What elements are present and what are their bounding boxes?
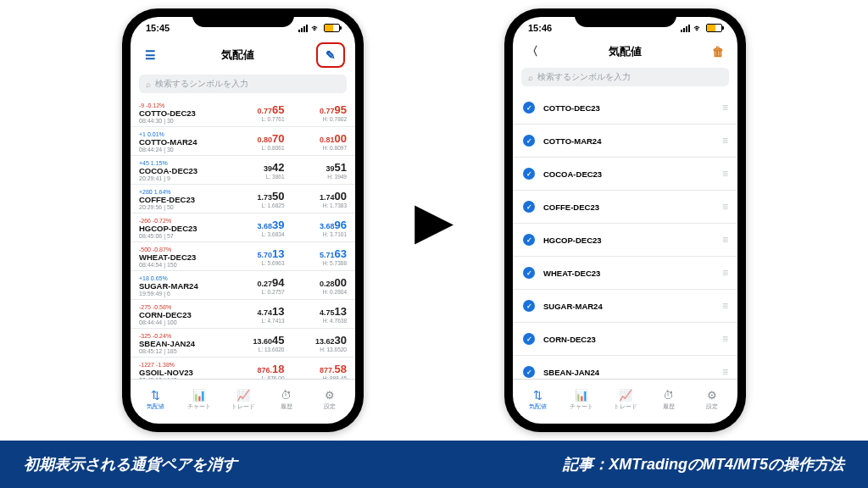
page-title: 気配値: [159, 47, 316, 63]
bid-price: 3942: [222, 161, 285, 174]
tab-label: 履歴: [281, 403, 292, 411]
symbol-name: COFFE-DEC23: [139, 195, 222, 204]
symbol-edit-row[interactable]: ✓HGCOP-DEC23≡: [513, 224, 737, 257]
symbol-edit-row[interactable]: ✓COFFE-DEC23≡: [513, 191, 737, 224]
drag-handle-icon[interactable]: ≡: [722, 267, 727, 279]
tab-気配値[interactable]: ⇅気配値: [134, 389, 177, 411]
timestamp: 08:44:44 | 100: [139, 319, 222, 325]
symbol-row[interactable]: -325 -0.24%SBEAN-JAN2408:45:12 | 18513.6…: [131, 329, 355, 358]
tab-履歴[interactable]: ⏱履歴: [264, 389, 308, 411]
symbol-edit-row[interactable]: ✓COTTO-DEC23≡: [513, 92, 737, 125]
tab-トレード[interactable]: 📈トレード: [604, 389, 647, 411]
drag-handle-icon[interactable]: ≡: [722, 333, 727, 345]
tab-icon: ⏱: [663, 389, 674, 402]
high-label: H: 1.7383: [285, 202, 348, 208]
drag-handle-icon[interactable]: ≡: [722, 201, 727, 213]
drag-handle-icon[interactable]: ≡: [722, 135, 727, 147]
check-icon[interactable]: ✓: [523, 201, 535, 213]
timestamp: 08:44:54 | 150: [139, 262, 222, 268]
symbol-name: COCOA-DEC23: [543, 169, 722, 179]
symbol-row[interactable]: -9 -0.12%COTTO-DEC2308:44:30 | 300.7765L…: [131, 98, 355, 127]
check-icon[interactable]: ✓: [523, 333, 535, 345]
symbol-edit-row[interactable]: ✓SBEAN-JAN24≡: [513, 356, 737, 379]
arrow-icon: ▶: [415, 191, 453, 250]
symbol-name: COFFE-DEC23: [543, 202, 722, 212]
symbol-name: COCOA-DEC23: [139, 166, 222, 175]
symbol-edit-row[interactable]: ✓SUGAR-MAR24≡: [513, 290, 737, 323]
drag-handle-icon[interactable]: ≡: [722, 234, 727, 246]
bid-price: 0.2794: [222, 276, 285, 289]
symbol-row[interactable]: -266 -0.72%HGCOP-DEC2308:45:06 | 573.683…: [131, 214, 355, 242]
menu-icon[interactable]: ☰: [141, 46, 159, 64]
symbol-edit-row[interactable]: ✓COTTO-MAR24≡: [513, 125, 737, 158]
timestamp: 20:29:56 | 50: [139, 204, 222, 210]
symbol-name: GSOIL-NOV23: [139, 368, 222, 377]
ask-price: 0.7795: [285, 103, 348, 116]
drag-handle-icon[interactable]: ≡: [722, 366, 727, 378]
bid-price: 0.8070: [222, 132, 285, 145]
header: 〈 気配値 🗑: [513, 39, 737, 64]
symbol-row[interactable]: +280 1.64%COFFE-DEC2320:29:56 | 501.7350…: [131, 185, 355, 214]
ask-price: 1.7400: [285, 190, 348, 202]
low-label: L: 1.6825: [222, 202, 285, 208]
tab-トレード[interactable]: 📈トレード: [221, 389, 264, 411]
tab-label: 気配値: [529, 403, 547, 411]
timestamp: 08:45:06 | 57: [139, 233, 222, 239]
check-icon[interactable]: ✓: [523, 102, 535, 114]
tab-設定[interactable]: ⚙設定: [691, 389, 734, 411]
timestamp: 08:44:24 | 30: [139, 147, 222, 152]
footer: 初期表示される通貨ペアを消す 記事：XMTradingのMT4/MT5の操作方法: [0, 441, 868, 488]
search-input[interactable]: ⌕ 検索するシンボルを入力: [521, 68, 729, 86]
edit-icon[interactable]: ✎: [316, 42, 345, 68]
trash-icon[interactable]: 🗑: [709, 42, 727, 61]
drag-handle-icon[interactable]: ≡: [722, 300, 727, 312]
high-label: H: 5.7388: [285, 260, 348, 266]
symbol-edit-row[interactable]: ✓COCOA-DEC23≡: [513, 158, 737, 191]
timestamp: 08:44:30 | 30: [139, 118, 222, 124]
symbol-row[interactable]: -1227 -1.38%GSOIL-NOV2308:45:13 | 140876…: [131, 358, 355, 379]
ask-price: 5.7163: [285, 247, 348, 260]
check-icon[interactable]: ✓: [523, 300, 535, 312]
symbol-edit-list[interactable]: ✓COTTO-DEC23≡✓COTTO-MAR24≡✓COCOA-DEC23≡✓…: [513, 92, 737, 379]
tab-チャート[interactable]: 📊チャート: [177, 389, 220, 411]
low-label: L: 5.6963: [222, 260, 285, 266]
back-icon[interactable]: 〈: [523, 42, 542, 61]
drag-handle-icon[interactable]: ≡: [722, 102, 727, 114]
change-label: -325 -0.24%: [139, 333, 222, 339]
symbol-row[interactable]: +18 0.65%SUGAR-MAR2419:59:49 | 60.2794L:…: [131, 271, 355, 300]
change-label: -1227 -1.38%: [139, 362, 222, 368]
check-icon[interactable]: ✓: [523, 267, 535, 279]
tab-設定[interactable]: ⚙設定: [309, 389, 352, 411]
tab-気配値[interactable]: ⇅気配値: [516, 389, 559, 411]
tab-icon: ⚙: [325, 389, 335, 402]
symbol-name: WHEAT-DEC23: [139, 252, 222, 262]
tab-チャート[interactable]: 📊チャート: [559, 389, 603, 411]
drag-handle-icon[interactable]: ≡: [722, 168, 727, 180]
low-label: L: 13.6020: [222, 347, 285, 352]
search-placeholder: 検索するシンボルを入力: [537, 71, 631, 83]
search-input[interactable]: ⌕ 検索するシンボルを入力: [139, 75, 347, 93]
change-label: -9 -0.12%: [139, 103, 222, 108]
change-label: -275 -0.58%: [139, 304, 222, 310]
check-icon[interactable]: ✓: [523, 234, 535, 246]
phone-notch: [575, 8, 676, 27]
tab-label: 設定: [706, 403, 718, 411]
symbol-row[interactable]: -500 -0.87%WHEAT-DEC2308:44:54 | 1505.70…: [131, 242, 355, 271]
symbol-edit-row[interactable]: ✓CORN-DEC23≡: [513, 323, 737, 356]
tab-履歴[interactable]: ⏱履歴: [647, 389, 690, 411]
status-time: 15:45: [146, 23, 170, 33]
symbol-name: WHEAT-DEC23: [543, 269, 722, 278]
check-icon[interactable]: ✓: [523, 366, 535, 378]
symbol-row[interactable]: -275 -0.58%CORN-DEC2308:44:44 | 1004.741…: [131, 300, 355, 329]
symbol-row[interactable]: +45 1.15%COCOA-DEC2320:29:41 | 93942L: 3…: [131, 156, 355, 185]
check-icon[interactable]: ✓: [523, 135, 535, 147]
symbol-edit-row[interactable]: ✓WHEAT-DEC23≡: [513, 257, 737, 290]
page-title: 気配値: [542, 44, 709, 59]
symbol-name: SBEAN-JAN24: [543, 368, 722, 377]
high-label: H: 3949: [285, 174, 348, 180]
symbol-row[interactable]: +1 0.01%COTTO-MAR2408:44:24 | 300.8070L:…: [131, 127, 355, 156]
check-icon[interactable]: ✓: [523, 168, 535, 180]
screen-right: 15:46 ᯤ 〈 気配値 🗑 ⌕ 検索するシンボルを入力 ✓COTTO-DEC…: [513, 17, 737, 424]
tab-icon: ⇅: [151, 389, 160, 402]
symbol-list[interactable]: -9 -0.12%COTTO-DEC2308:44:30 | 300.7765L…: [131, 98, 355, 379]
